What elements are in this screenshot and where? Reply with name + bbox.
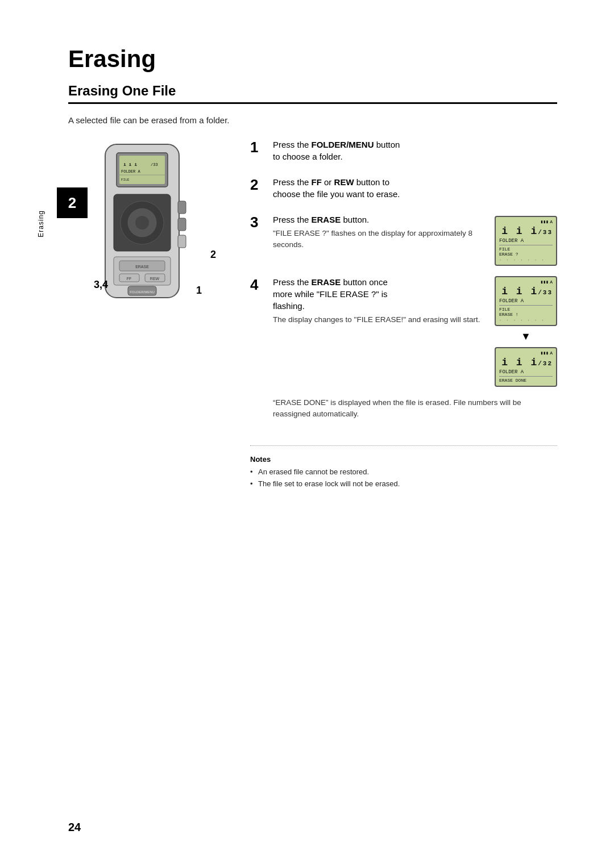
content-row: i i i /33 FOLDER A FILE (68, 139, 557, 491)
svg-text:ERASE: ERASE (135, 265, 149, 269)
lcd-top-1: ▮▮▮ A (499, 219, 553, 224)
lcd-dots-1: · · · · · · · (499, 258, 553, 262)
device-illustration-col: i i i /33 FOLDER A FILE (68, 139, 227, 491)
step-2-number: 2 (250, 177, 267, 202)
divider (250, 445, 557, 446)
step-2-bold-rew: REW (334, 177, 354, 187)
step-4-bold-erase: ERASE (312, 277, 341, 287)
notes-list: An erased file cannot be restored. The f… (250, 467, 557, 489)
lcd-display-1: ▮▮▮ A i i i/33 FOLDER A FILE ERASE ? (495, 216, 557, 266)
step-2-content: Press the FF or REW button to choose the… (273, 176, 557, 202)
chapter-number: 2 (68, 194, 76, 212)
lcd-top-2: ▮▮▮ A (499, 279, 553, 285)
lcd-digits-1: i i i/33 (499, 226, 553, 237)
arrow-down: ▼ (495, 331, 557, 343)
svg-rect-13 (178, 218, 186, 231)
svg-rect-12 (178, 201, 186, 214)
step-4: 4 Press the ERASE button once more while… (250, 276, 557, 387)
lcd-folder-1: FOLDER A (499, 238, 553, 244)
page: 2 Erasing Erasing Erasing One File A sel… (0, 0, 614, 868)
step-1: 1 Press the FOLDER/MENU button to choose… (250, 139, 557, 165)
lcd-display-2: ▮▮▮ A i i i/33 FOLDER A FILE (495, 276, 557, 326)
step-1-number: 1 (250, 140, 267, 165)
step-4-content: Press the ERASE button once more while "… (273, 276, 486, 326)
note-item-2: The file set to erase lock will not be e… (250, 479, 557, 489)
svg-text:REW: REW (150, 277, 160, 281)
lcd-column-step4: ▮▮▮ A i i i/33 FOLDER A FILE (495, 276, 557, 387)
step-1-content: Press the FOLDER/MENU button to choose a… (273, 139, 557, 165)
section-title: Erasing One File (68, 83, 557, 104)
lcd-erase-done: ERASE DONE (499, 376, 553, 383)
label-2: 2 (210, 249, 216, 261)
step-3-title: Press the ERASE button. (273, 214, 486, 226)
step-1-bold-folder: FOLDER/MENU (312, 140, 374, 149)
svg-point-11 (135, 216, 149, 229)
svg-text:FF: FF (127, 277, 132, 281)
extra-note: “ERASE DONE” is displayed when the file … (273, 397, 557, 419)
page-number: 24 (68, 821, 81, 834)
svg-text:FILE: FILE (121, 178, 130, 182)
step-4-title: Press the ERASE button once more while "… (273, 276, 486, 312)
notes-section: Notes An erased file cannot be restored.… (250, 455, 557, 489)
step-3: 3 Press the ERASE button. "FILE ERASE ?"… (250, 214, 557, 266)
svg-text:/33: /33 (151, 162, 158, 167)
svg-text:FOLDER/MENU: FOLDER/MENU (130, 290, 155, 294)
lcd-folder-3: FOLDER A (499, 369, 553, 375)
step-2-title: Press the FF or REW button to choose the… (273, 176, 557, 200)
steps-col: 1 Press the FOLDER/MENU button to choose… (250, 139, 557, 491)
lcd-digits-3: i i i/32 (499, 357, 553, 368)
lcd-folder-2: FOLDER A (499, 298, 553, 304)
lcd-file-2: FILE ERASE ! (499, 305, 553, 317)
step-2-bold-ff: FF (312, 177, 322, 187)
svg-text:FOLDER A: FOLDER A (121, 169, 140, 174)
label-1: 1 (196, 285, 202, 297)
lcd-file-1: FILE ERASE ? (499, 245, 553, 257)
lcd-top-3: ▮▮▮ A (499, 350, 553, 356)
intro-text: A selected file can be erased from a fol… (68, 115, 557, 125)
step-4-desc: The display changes to "FILE ERASE!" and… (273, 314, 486, 326)
svg-rect-14 (178, 235, 186, 248)
lcd-dots-2: · · · · · · · (499, 318, 553, 323)
note-item-1: An erased file cannot be restored. (250, 467, 557, 477)
step-3-desc: "FILE ERASE ?" flashes on the display fo… (273, 228, 486, 250)
lcd-digits-2: i i i/33 (499, 286, 553, 297)
step-2: 2 Press the FF or REW button to choose t… (250, 176, 557, 202)
step-3-content: Press the ERASE button. "FILE ERASE ?" f… (273, 214, 486, 250)
step-3-bold-erase: ERASE (312, 215, 341, 224)
lcd-display-3: ▮▮▮ A i i i/32 FOLDER A ERASE DONE (495, 347, 557, 387)
erasing-sidebar-label: Erasing (37, 210, 45, 237)
notes-title: Notes (250, 455, 557, 464)
page-title: Erasing (68, 45, 557, 73)
svg-text:i i i: i i i (123, 162, 137, 167)
device-illustration: i i i /33 FOLDER A FILE (77, 139, 219, 315)
step-3-number: 3 (250, 215, 267, 250)
steps-wrapper: 1 Press the FOLDER/MENU button to choose… (250, 139, 557, 428)
label-3-4: 3,4 (94, 279, 108, 291)
step-4-number: 4 (250, 277, 267, 326)
step-1-title: Press the FOLDER/MENU button to choose a… (273, 139, 557, 162)
